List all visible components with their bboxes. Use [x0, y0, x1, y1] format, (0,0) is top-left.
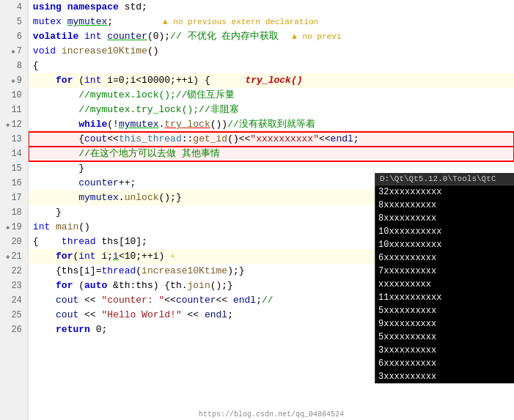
code-line-12: while(!mymutex.try_lock())//没有获取到就等着 — [29, 117, 514, 132]
line-num-16: 16 — [6, 176, 22, 191]
watermark: https://blog.csdn.net/qq_04884524 — [29, 410, 514, 419]
line-num-23: 23 — [6, 279, 22, 293]
code-line-8: { — [29, 59, 514, 73]
code-line-13: {cout<<this_thread::get_id()<<"xxxxxxxxx… — [29, 132, 514, 147]
terminal-line-15: 3xxxxxxxxxx — [375, 370, 514, 383]
terminal-line-11: 9xxxxxxxxxx — [375, 317, 514, 331]
terminal-line-8: xxxxxxxxxx — [375, 278, 514, 291]
code-line-7: void increase10Ktime() — [29, 44, 514, 59]
line-num-11: 11 — [6, 103, 22, 117]
line-num-8: 8 — [6, 59, 22, 73]
line-num-6: 6 — [6, 29, 22, 44]
line-num-20: 20 — [6, 235, 22, 249]
line-num-9: 9 — [6, 73, 22, 88]
line-num-4: 4 — [6, 0, 22, 15]
terminal-line-6: 6xxxxxxxxxx — [375, 251, 514, 265]
editor-container: 4 5 6 7 8 9 10 11 12 13 14 15 16 17 18 1… — [0, 0, 514, 420]
code-line-5: mutex mymutex; ▲ no previous extern decl… — [29, 15, 514, 29]
line-num-17: 17 — [6, 191, 22, 205]
line-num-15: 15 — [6, 161, 22, 176]
terminal-line-4: 10xxxxxxxxxx — [375, 225, 514, 238]
line-num-25: 25 — [6, 308, 22, 323]
code-area: using namespace std; mutex mymutex; ▲ no… — [29, 0, 514, 420]
terminal-line-2: 8xxxxxxxxxx — [375, 199, 514, 212]
terminal-line-13: 3xxxxxxxxxx — [375, 344, 514, 357]
line-num-7: 7 — [6, 44, 22, 59]
line-num-18: 18 — [6, 205, 22, 220]
line-num-19: 19 — [6, 220, 22, 235]
line-num-12: 12 — [6, 117, 22, 132]
terminal-title: D:\Qt\Qt5.12.0\Tools\QtC — [375, 173, 514, 185]
line-num-26: 26 — [6, 323, 22, 337]
code-line-6: volatile int counter(0);// 不优化 在内存中获取 ▲ … — [29, 29, 514, 44]
code-line-4: using namespace std; — [29, 0, 514, 15]
terminal-line-9: 11xxxxxxxxxx — [375, 291, 514, 304]
code-line-14: //在这个地方可以去做 其他事情 — [29, 147, 514, 161]
code-line-9: for (int i=0;i<10000;++i) { try_lock() — [29, 73, 514, 88]
line-numbers: 4 5 6 7 8 9 10 11 12 13 14 15 16 17 18 1… — [0, 0, 29, 420]
terminal-line-1: 32xxxxxxxxxx — [375, 185, 514, 199]
code-line-11: //mymutex.try_lock();//非阻塞 — [29, 103, 514, 117]
line-num-21: 21 — [6, 249, 22, 264]
line-num-14: 14 — [6, 147, 22, 161]
line-num-24: 24 — [6, 293, 22, 308]
line-num-5: 5 — [6, 15, 22, 29]
line-num-10: 10 — [6, 88, 22, 103]
terminal-line-12: 5xxxxxxxxxx — [375, 331, 514, 344]
line-num-22: 22 — [6, 264, 22, 279]
terminal-line-10: 5xxxxxxxxxx — [375, 304, 514, 317]
terminal-line-14: 6xxxxxxxxxx — [375, 357, 514, 370]
terminal-line-7: 7xxxxxxxxxx — [375, 265, 514, 278]
terminal-line-5: 10xxxxxxxxxx — [375, 238, 514, 251]
code-line-10: //mymutex.lock();//锁住互斥量 — [29, 88, 514, 103]
line-num-13: 13 — [6, 132, 22, 147]
terminal-overlay: D:\Qt\Qt5.12.0\Tools\QtC 32xxxxxxxxxx 8x… — [375, 173, 514, 383]
terminal-line-3: 8xxxxxxxxxx — [375, 212, 514, 225]
